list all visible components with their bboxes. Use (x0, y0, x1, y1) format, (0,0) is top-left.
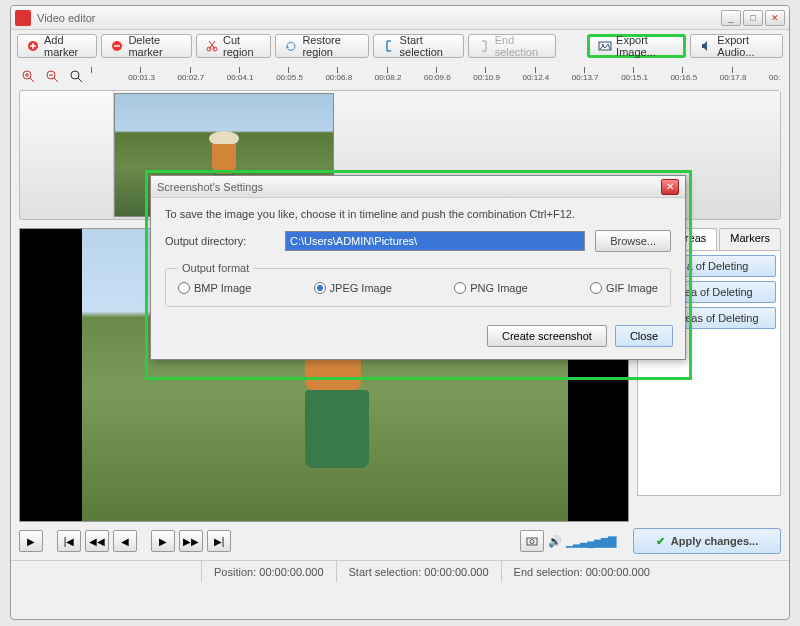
dialog-close-button[interactable]: ✕ (661, 179, 679, 195)
output-directory-label: Output directory: (165, 235, 275, 247)
marker-plus-icon (26, 39, 40, 53)
output-directory-field[interactable]: C:\Users\ADMIN\Pictures\ (285, 231, 585, 251)
cut-region-button[interactable]: Cut region (196, 34, 271, 58)
end-selection-button: End selection (468, 34, 556, 58)
playback-controls: ▶ |◀ ◀◀ ◀ ▶ ▶▶ ▶| 🔊 ▁▂▃▄▅▆▇ ✔Apply chang… (11, 522, 789, 560)
app-icon (15, 10, 31, 26)
dialog-close-action-button[interactable]: Close (615, 325, 673, 347)
browse-button[interactable]: Browse... (595, 230, 671, 252)
dialog-titlebar: Screenshot's Settings ✕ (151, 176, 685, 198)
tab-markers[interactable]: Markers (719, 228, 781, 250)
titlebar: Video editor _ □ ✕ (11, 6, 789, 30)
add-marker-button[interactable]: Add marker (17, 34, 97, 58)
window-title: Video editor (37, 12, 721, 24)
go-start-button[interactable]: |◀ (57, 530, 81, 552)
create-screenshot-button[interactable]: Create screenshot (487, 325, 607, 347)
image-export-icon (598, 39, 612, 53)
dialog-title: Screenshot's Settings (157, 181, 661, 193)
apply-changes-button[interactable]: ✔Apply changes... (633, 528, 781, 554)
start-selection-button[interactable]: Start selection (373, 34, 464, 58)
position-value: 00:00:00.000 (259, 566, 323, 578)
statusbar: Position: 00:00:00.000 Start selection: … (11, 560, 789, 582)
timeline-ruler[interactable]: 0.000:01.300:02.700:04.100:05.500:06.800… (91, 67, 781, 85)
radio-gif[interactable]: GIF Image (590, 282, 658, 294)
start-selection-value: 00:00:00.000 (424, 566, 488, 578)
radio-png[interactable]: PNG Image (454, 282, 527, 294)
svg-point-8 (71, 71, 79, 79)
step-forward-button[interactable]: ▶ (151, 530, 175, 552)
bracket-right-icon (477, 39, 491, 53)
bracket-left-icon (382, 39, 396, 53)
zoom-fit-button[interactable] (67, 67, 85, 85)
snapshot-button[interactable] (520, 530, 544, 552)
dialog-hint: To save the image you like, choose it in… (165, 208, 671, 220)
restore-icon (284, 39, 298, 53)
export-image-button[interactable]: Export Image... (587, 34, 686, 58)
delete-marker-button[interactable]: Delete marker (101, 34, 192, 58)
output-format-group: Output format BMP Image JPEG Image PNG I… (165, 262, 671, 307)
restore-region-button[interactable]: Restore region (275, 34, 368, 58)
scissors-icon (205, 39, 219, 53)
volume-icon[interactable]: 🔊 (548, 535, 562, 548)
play-button[interactable]: ▶ (19, 530, 43, 552)
end-selection-value: 00:00:00.000 (586, 566, 650, 578)
output-format-legend: Output format (178, 262, 253, 274)
zoom-out-button[interactable] (43, 67, 61, 85)
step-back-button[interactable]: ◀ (113, 530, 137, 552)
zoom-in-button[interactable] (19, 67, 37, 85)
rewind-button[interactable]: ◀◀ (85, 530, 109, 552)
maximize-button[interactable]: □ (743, 10, 763, 26)
radio-bmp[interactable]: BMP Image (178, 282, 251, 294)
fast-forward-button[interactable]: ▶▶ (179, 530, 203, 552)
minimize-button[interactable]: _ (721, 10, 741, 26)
toolbar: Add marker Delete marker Cut region Rest… (11, 30, 789, 62)
volume-bars[interactable]: ▁▂▃▄▅▆▇ (566, 535, 615, 548)
export-audio-button[interactable]: Export Audio... (690, 34, 783, 58)
close-button[interactable]: ✕ (765, 10, 785, 26)
go-end-button[interactable]: ▶| (207, 530, 231, 552)
marker-minus-icon (110, 39, 124, 53)
audio-export-icon (699, 39, 713, 53)
radio-jpeg[interactable]: JPEG Image (314, 282, 392, 294)
screenshot-settings-dialog: Screenshot's Settings ✕ To save the imag… (150, 175, 686, 360)
track-header (20, 91, 114, 219)
svg-point-10 (530, 540, 534, 544)
check-icon: ✔ (656, 535, 665, 548)
